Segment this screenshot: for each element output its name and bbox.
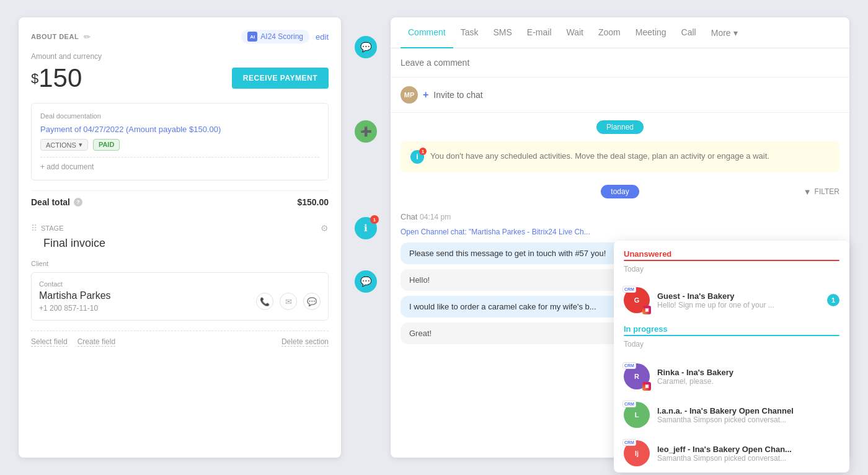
list-item[interactable]: CRM lj leo_jeff - Ina's Bakery Open Chan… <box>614 434 849 473</box>
list-item[interactable]: CRM L l.a.n.a. - Ina's Bakery Open Chann… <box>614 396 849 434</box>
tab-email[interactable]: E-mail <box>520 17 559 48</box>
chat-item-content-3: leo_jeff - Ina's Bakery Open Chan... Sam… <box>657 445 839 463</box>
info-banner: i 1 You don't have any scheduled activit… <box>401 141 839 172</box>
stage-value: Final invoice <box>43 237 329 250</box>
plus-icon: + <box>423 89 428 100</box>
chat-avatar-1: CRM R ▣ <box>624 363 650 389</box>
in-progress-date: Today <box>614 340 849 352</box>
tab-wait[interactable]: Wait <box>559 17 591 48</box>
deal-total-text: Deal total <box>31 197 70 207</box>
right-chat-panel: Unanswered Today CRM G ▣ Guest - Ina's B… <box>614 241 849 473</box>
timeline-chat-icon: 💬 <box>355 270 377 293</box>
unread-badge-0: 1 <box>827 294 839 306</box>
timeline-comment-icon: 💬 <box>355 36 377 58</box>
phone-icon[interactable]: 📞 <box>256 293 273 310</box>
amount-row: $150 RECEIVE PAYMENT <box>31 63 329 93</box>
tab-comment[interactable]: Comment <box>401 17 453 48</box>
planned-badge: Planned <box>596 120 644 134</box>
user-avatar: MP <box>401 86 418 104</box>
client-section: Client Contact Martisha Parkes +1 200 85… <box>31 260 329 321</box>
filter-button[interactable]: ▼ FILTER <box>804 187 839 197</box>
chat-item-content-2: l.a.n.a. - Ina's Bakery Open Channel Sam… <box>657 406 839 424</box>
stage-label-row: ⠿ Stage <box>31 223 63 233</box>
edit-pencil-icon[interactable]: ✏ <box>84 32 91 42</box>
contact-label: Contact <box>39 280 321 288</box>
left-panel: ABOUT DEAL ✏ AI AI24 Scoring edit Amount… <box>19 17 341 458</box>
chat-link[interactable]: Open Channel chat: "Martisha Parkes - Bi… <box>401 228 839 236</box>
client-label: Client <box>31 260 329 267</box>
select-field-link[interactable]: Select field <box>31 337 68 347</box>
more-label: More <box>711 28 731 38</box>
tab-meeting[interactable]: Meeting <box>628 17 674 48</box>
unanswered-date: Today <box>624 265 839 273</box>
edit-link[interactable]: edit <box>316 32 329 42</box>
stage-label: Stage <box>41 224 63 232</box>
invite-row[interactable]: MP + Invite to chat <box>391 78 849 113</box>
insta-tag-0: ▣ <box>642 306 651 314</box>
tabs-header: Comment Task SMS E-mail Wait Zoom Meetin… <box>391 17 849 48</box>
in-progress-section: In progress Today <box>614 319 849 352</box>
about-deal-right: AI AI24 Scoring edit <box>241 30 329 43</box>
deal-total-row: Deal total ? $150.00 <box>31 190 329 213</box>
chat-header: Chat 04:14 pm <box>401 212 839 221</box>
chat-avatar-0: CRM G ▣ <box>624 287 650 313</box>
info-text: You don't have any scheduled activities.… <box>430 150 769 162</box>
amount-dollar: $ <box>31 71 38 86</box>
actions-badge[interactable]: ACTIONS ▾ <box>40 139 88 151</box>
bottom-actions: Select field Create field Delete section <box>31 331 329 347</box>
in-progress-label: In progress <box>614 319 849 335</box>
timeline-info-icon: ℹ 1 <box>355 217 377 239</box>
contact-icons: 📞 ✉ 💬 <box>256 293 321 310</box>
chat-icon[interactable]: 💬 <box>303 293 321 310</box>
list-item[interactable]: CRM G ▣ Guest - Ina's Bakery Hello! Sign… <box>614 281 849 319</box>
in-progress-divider <box>624 335 839 336</box>
chat-item-name-3: leo_jeff - Ina's Bakery Open Chan... <box>657 445 839 454</box>
deal-doc-label: Deal documentation <box>40 112 319 120</box>
tab-sms[interactable]: SMS <box>485 17 519 48</box>
chat-avatar-2: CRM L <box>624 402 650 428</box>
contact-card: Contact Martisha Parkes +1 200 857-11-10… <box>31 272 329 321</box>
crm-tag-0: CRM <box>622 286 636 293</box>
chat-item-preview-0: Hello! Sign me up for one of your ... <box>657 301 820 309</box>
chat-item-name-2: l.a.n.a. - Ina's Bakery Open Channel <box>657 406 839 415</box>
filter-icon: ▼ <box>804 187 812 197</box>
receive-payment-button[interactable]: RECEIVE PAYMENT <box>232 68 329 89</box>
ai-scoring-badge[interactable]: AI AI24 Scoring <box>241 30 309 43</box>
ai-icon: AI <box>247 32 257 42</box>
contact-name-display: Martisha Parkes +1 200 857-11-10 <box>39 290 111 313</box>
stage-header: ⠿ Stage ⚙ <box>31 223 329 233</box>
contact-row: Martisha Parkes +1 200 857-11-10 📞 ✉ 💬 <box>39 290 321 313</box>
mail-icon[interactable]: ✉ <box>280 293 297 310</box>
about-deal-header: ABOUT DEAL ✏ AI AI24 Scoring edit <box>31 30 329 43</box>
unanswered-label: Unanswered <box>624 249 839 259</box>
list-item[interactable]: CRM R ▣ Rinka - Ina's Bakery Caramel, pl… <box>614 357 849 396</box>
timeline-activity-icon: ➕ <box>355 120 377 143</box>
add-document-link[interactable]: + add document <box>40 157 319 171</box>
amount-display: $150 <box>31 63 82 93</box>
info-badge: 1 <box>370 215 379 224</box>
more-chevron-icon: ▾ <box>733 28 738 38</box>
tab-task[interactable]: Task <box>453 17 486 48</box>
deal-total-value: $150.00 <box>297 197 329 207</box>
amount-section: Amount and currency $150 RECEIVE PAYMENT <box>31 52 329 93</box>
today-badge: today <box>601 185 639 198</box>
chat-item-preview-3: Samantha Simpson picked conversat... <box>657 454 839 463</box>
delete-section-link[interactable]: Delete section <box>281 337 329 347</box>
about-deal-left: ABOUT DEAL ✏ <box>31 32 91 42</box>
gear-icon[interactable]: ⚙ <box>321 223 329 233</box>
tab-more[interactable]: More ▾ <box>704 18 745 48</box>
create-field-link[interactable]: Create field <box>78 337 115 347</box>
tab-zoom[interactable]: Zoom <box>591 17 628 48</box>
actions-chevron-icon: ▾ <box>79 141 82 149</box>
comment-input-area[interactable] <box>391 48 849 78</box>
about-deal-title: ABOUT DEAL <box>31 33 79 40</box>
chat-item-content-1: Rinka - Ina's Bakery Caramel, please. <box>657 368 839 386</box>
payment-link[interactable]: Payment of 04/27/2022 (Amount payable $1… <box>40 125 319 134</box>
tab-call[interactable]: Call <box>674 17 704 48</box>
amount-label: Amount and currency <box>31 52 329 61</box>
paid-badge: PAID <box>93 139 120 151</box>
chat-item-name-0: Guest - Ina's Bakery <box>657 291 820 301</box>
comment-field[interactable] <box>401 58 839 68</box>
drag-icon: ⠿ <box>31 223 37 233</box>
deal-doc-section: Deal documentation Payment of 04/27/2022… <box>31 103 329 180</box>
